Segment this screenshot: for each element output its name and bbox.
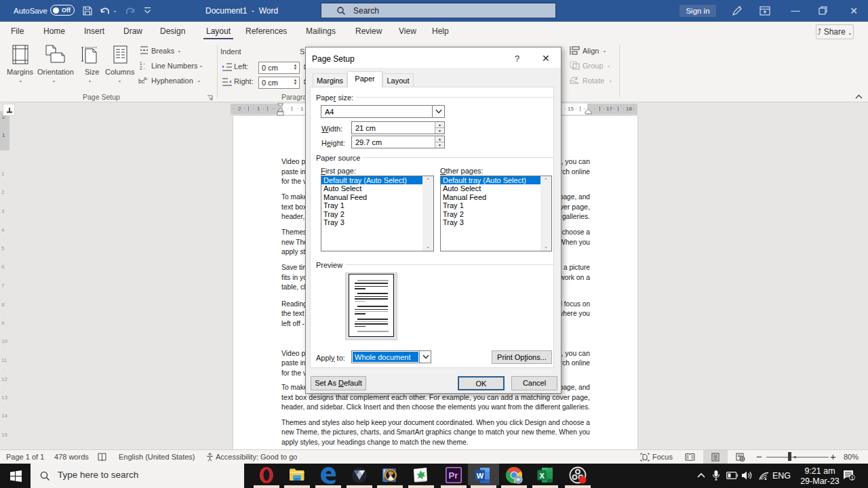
svg-text:W: W <box>477 472 484 480</box>
svg-text:1: 1 <box>851 475 854 481</box>
svg-text:a-: a- <box>144 76 149 81</box>
svg-text:1 -: 1 - <box>140 61 145 66</box>
svg-text:X: X <box>540 472 545 480</box>
svg-text:2 -: 2 - <box>140 66 145 70</box>
svg-text:Pr: Pr <box>449 470 458 481</box>
